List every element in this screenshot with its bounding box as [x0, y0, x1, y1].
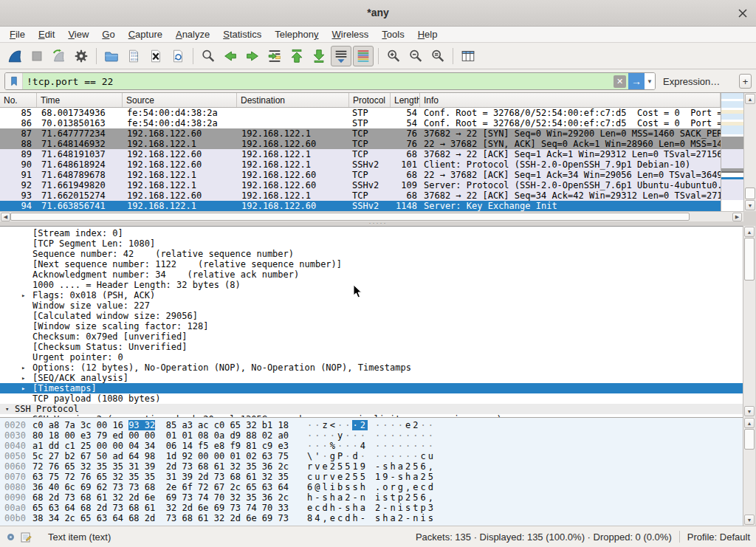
collapsed-arrow-icon[interactable]: ▸	[21, 373, 25, 383]
go-last-packet-button[interactable]	[309, 46, 329, 66]
detail-row-5[interactable]: 1000 .... = Header Length: 32 bytes (8)	[0, 280, 743, 290]
close-window-button[interactable]	[737, 7, 749, 19]
detail-row-3[interactable]: [Next sequence number: 1122 (relative se…	[0, 259, 743, 269]
menu-capture[interactable]: Capture	[122, 27, 169, 41]
filter-history-dropdown[interactable]: ▼	[645, 73, 655, 89]
close-capture-file-button[interactable]	[145, 46, 166, 66]
bytes-vscrollbar[interactable]: ▲▼	[743, 417, 755, 526]
scroll-thumb[interactable]	[745, 188, 755, 199]
zoom-in-button[interactable]	[383, 46, 404, 66]
filter-text[interactable]	[23, 75, 614, 88]
scroll-up-arrow[interactable]: ▲	[744, 227, 755, 237]
hscroll-left-arrow[interactable]: ◀	[1, 213, 10, 221]
hex-row-0040[interactable]: 0040a1 dd c1 25 00 00 04 34 06 14 f5 e8 …	[0, 441, 743, 451]
detail-row-10[interactable]: Checksum: 0x79ed [unverified]	[0, 331, 743, 342]
hex-row-0070[interactable]: 007063 75 72 76 65 32 35 35 31 39 2d 73 …	[0, 472, 743, 482]
detail-row-12[interactable]: Urgent pointer: 0	[0, 352, 743, 362]
hscroll-thumb[interactable]	[10, 213, 690, 221]
hex-row-0020[interactable]: 0020c0 a8 7a 3c 00 16 93 32 85 a3 ac c0 …	[0, 420, 743, 430]
expanded-arrow-icon[interactable]: ▾	[5, 404, 9, 414]
scroll-down-arrow[interactable]: ▼	[745, 200, 755, 210]
zoom-out-button[interactable]	[405, 46, 426, 66]
detail-row-1[interactable]: [TCP Segment Len: 1080]	[0, 238, 743, 249]
reload-capture-file-button[interactable]	[168, 46, 188, 66]
detail-row-7[interactable]: Window size value: 227	[0, 300, 743, 311]
scroll-down-arrow[interactable]: ▼	[744, 406, 755, 416]
detail-row-6[interactable]: ▸Flags: 0x018 (PSH, ACK)	[0, 290, 743, 300]
column-header-info[interactable]: Info	[420, 93, 721, 107]
column-header-source[interactable]: Source	[123, 93, 237, 107]
column-header-protocol[interactable]: Protocol	[349, 93, 391, 107]
expression-button[interactable]: Expression…	[663, 76, 720, 87]
menu-go[interactable]: Go	[95, 27, 121, 41]
add-filter-button[interactable]: +	[739, 74, 752, 89]
hscroll-right-arrow[interactable]: ▶	[732, 213, 742, 221]
detail-row-8[interactable]: [Calculated window size: 29056]	[0, 311, 743, 321]
detail-row-17[interactable]: ▾SSH Protocol	[0, 404, 743, 414]
filter-apply-button[interactable]: →	[628, 73, 645, 89]
collapsed-arrow-icon[interactable]: ▸	[21, 383, 25, 393]
restart-capture-button[interactable]	[49, 46, 69, 66]
profile-label[interactable]: Profile: Default	[687, 531, 750, 543]
open-capture-file-button[interactable]	[101, 46, 122, 66]
packet-row-87[interactable]: 8771.647777234192.168.122.60192.168.122.…	[0, 128, 721, 139]
detail-row-2[interactable]: Sequence number: 42 (relative sequence n…	[0, 249, 743, 259]
hex-row-0090[interactable]: 009068 2d 73 68 61 32 2d 6e 69 73 74 70 …	[0, 492, 743, 503]
scroll-up-arrow[interactable]: ▲	[744, 418, 755, 428]
save-capture-file-button[interactable]: 010111100110	[123, 46, 144, 66]
detail-row-15[interactable]: ▸[Timestamps]	[0, 383, 743, 393]
hex-row-00a0[interactable]: 00a065 63 64 68 2d 73 68 61 32 2d 6e 69 …	[0, 503, 743, 513]
details-vscrollbar[interactable]: ▲▼	[743, 226, 755, 417]
collapsed-arrow-icon[interactable]: ▸	[21, 290, 25, 300]
scroll-thumb[interactable]	[744, 429, 755, 450]
scroll-down-arrow[interactable]: ▼	[744, 515, 755, 525]
menu-view[interactable]: View	[61, 27, 95, 41]
filter-bookmark-button[interactable]	[5, 73, 23, 89]
packet-row-90[interactable]: 9071.648618924192.168.122.60192.168.122.…	[0, 159, 721, 170]
colorize-toggle-button[interactable]	[353, 46, 374, 66]
hex-row-0050[interactable]: 00505c 27 b2 67 50 ad 64 98 1d 92 00 00 …	[0, 451, 743, 461]
menu-help[interactable]: Help	[411, 27, 444, 41]
menu-tools[interactable]: Tools	[375, 27, 410, 41]
collapsed-arrow-icon[interactable]: ▸	[21, 362, 25, 373]
find-packet-button[interactable]	[198, 46, 219, 66]
menu-wireless[interactable]: Wireless	[326, 27, 376, 41]
detail-row-4[interactable]: Acknowledgment number: 34 (relative ack …	[0, 269, 743, 280]
capture-options-button[interactable]	[71, 46, 92, 66]
resize-columns-button[interactable]	[458, 46, 478, 66]
packet-row-86[interactable]: 8670.013850163fe:54:00:d4:38:2aSTP54Conf…	[0, 118, 721, 128]
scroll-thumb[interactable]	[744, 238, 755, 281]
detail-row-11[interactable]: [Checksum Status: Unverified]	[0, 342, 743, 352]
packet-row-92[interactable]: 9271.661949820192.168.122.1192.168.122.6…	[0, 180, 721, 190]
detail-row-9[interactable]: [Window size scaling factor: 128]	[0, 321, 743, 331]
column-header-length[interactable]: Length	[391, 93, 420, 107]
detail-row-13[interactable]: ▸Options: (12 bytes), No-Operation (NOP)…	[0, 362, 743, 373]
column-header-no[interactable]: No.	[0, 93, 37, 107]
filter-field[interactable]: ✕	[23, 73, 628, 89]
scroll-up-arrow[interactable]: ▲	[745, 94, 755, 104]
stop-capture-button[interactable]	[27, 46, 47, 66]
packet-row-88[interactable]: 8871.648146932192.168.122.1192.168.122.6…	[0, 139, 721, 149]
packet-row-94[interactable]: 9471.663856741192.168.122.1192.168.122.6…	[0, 201, 721, 211]
go-first-packet-button[interactable]	[286, 46, 307, 66]
menu-telephony[interactable]: Telephony	[268, 27, 325, 41]
column-header-time[interactable]: Time	[37, 93, 123, 107]
column-header-destination[interactable]: Destination	[237, 93, 349, 107]
menu-statistics[interactable]: Statistics	[216, 27, 268, 41]
detail-row-0[interactable]: [Stream index: 0]	[0, 228, 743, 238]
menu-file[interactable]: File	[3, 27, 32, 41]
hex-row-0080[interactable]: 008036 40 6c 69 62 73 73 68 2e 6f 72 67 …	[0, 482, 743, 492]
expert-info-icon[interactable]	[7, 534, 14, 540]
go-to-packet-button[interactable]	[264, 46, 285, 66]
capture-comment-icon[interactable]	[21, 531, 32, 543]
packet-row-93[interactable]: 9371.662015274192.168.122.60192.168.122.…	[0, 190, 721, 201]
packet-row-89[interactable]: 8971.648191037192.168.122.60192.168.122.…	[0, 149, 721, 159]
hex-row-00b0[interactable]: 00b038 34 2c 65 63 64 68 2d 73 68 61 32 …	[0, 513, 743, 523]
display-filter-input[interactable]: ✕ → ▼	[4, 72, 656, 90]
menu-edit[interactable]: Edit	[32, 27, 61, 41]
hex-row-0060[interactable]: 006072 76 65 32 35 35 31 39 2d 73 68 61 …	[0, 461, 743, 472]
menu-analyze[interactable]: Analyze	[169, 27, 216, 41]
detail-row-14[interactable]: ▸[SEQ/ACK analysis]	[0, 373, 743, 383]
intelligent-scrollbar-minimap[interactable]	[721, 93, 743, 211]
zoom-reset-button[interactable]	[427, 46, 448, 66]
